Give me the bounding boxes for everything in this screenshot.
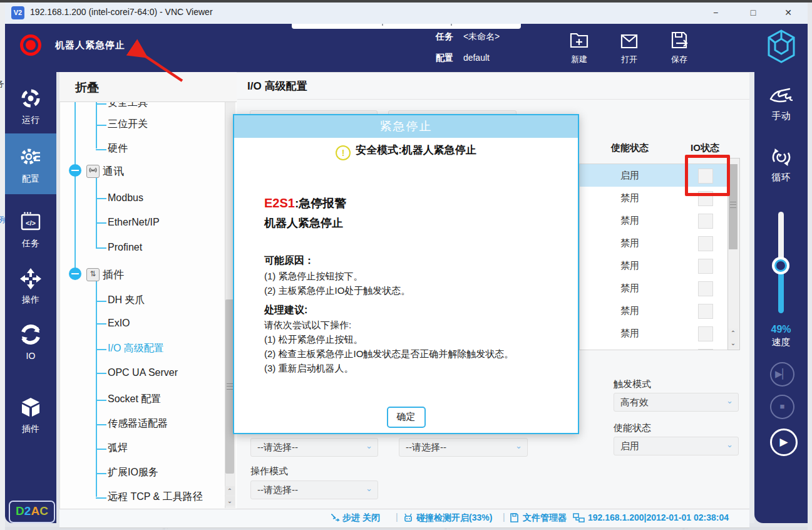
tree-item[interactable]: EtherNet/IP bbox=[108, 217, 160, 228]
tree-item[interactable]: 扩展IO服务 bbox=[108, 466, 158, 479]
header-divider bbox=[237, 99, 749, 100]
enable-state-cell: 禁用 bbox=[580, 215, 680, 227]
save-button[interactable]: 保存 bbox=[661, 28, 697, 68]
suggestion-item: (2) 检查主板紧急停止IO触发状态是否正确并解除触发状态。 bbox=[264, 348, 513, 360]
sidebar-item-io[interactable]: IO bbox=[5, 313, 56, 371]
tree-item[interactable]: DH 夹爪 bbox=[108, 294, 145, 307]
brand-badge-d2ac[interactable]: D2AC bbox=[9, 501, 55, 523]
run-target-icon bbox=[19, 87, 42, 110]
tree-item[interactable]: ExIO bbox=[108, 318, 130, 329]
play-button[interactable]: ▶ bbox=[770, 429, 798, 456]
save-button-label: 保存 bbox=[661, 54, 697, 65]
file-manager-icon bbox=[509, 512, 520, 523]
new-button[interactable]: 新建 bbox=[561, 28, 597, 68]
close-button[interactable]: ✕ bbox=[774, 3, 803, 23]
tree-item-parent[interactable]: 插件 bbox=[103, 268, 124, 282]
new-button-label: 新建 bbox=[561, 54, 597, 65]
step-mode-status[interactable]: 步进 关闭 bbox=[342, 512, 380, 524]
open-button[interactable]: 打开 bbox=[611, 28, 647, 68]
select-dropdown-2[interactable]: --请选择-- ⌄ bbox=[399, 438, 528, 457]
error-name: :急停报警 bbox=[295, 197, 346, 210]
app-logo bbox=[766, 29, 796, 64]
table-row[interactable]: 禁用 bbox=[580, 209, 727, 232]
tree-item[interactable]: 弧焊 bbox=[108, 442, 128, 455]
sidebar-item-task[interactable]: </> 任务 bbox=[5, 200, 56, 258]
cause-item: (2) 主板紧急停止IO处于触发状态。 bbox=[264, 285, 410, 297]
table-row[interactable]: 禁用 bbox=[580, 277, 727, 300]
collision-icon bbox=[403, 512, 414, 523]
tree-header-label[interactable]: 折叠 bbox=[75, 80, 99, 96]
speed-slider-handle[interactable] bbox=[772, 257, 789, 274]
sidebar-item-run[interactable]: 运行 bbox=[5, 77, 56, 135]
open-button-label: 打开 bbox=[611, 54, 647, 65]
minimize-button[interactable]: − bbox=[701, 3, 730, 23]
error-code-line: E2S1:急停报警 bbox=[264, 195, 346, 212]
io-state-checkbox[interactable] bbox=[698, 304, 713, 319]
vnc-toolbar-sliver[interactable] bbox=[292, 24, 521, 29]
tree-item[interactable]: 传感器适配器 bbox=[108, 417, 168, 430]
sidebar-item-label: 插件 bbox=[5, 423, 56, 435]
manual-mode-label[interactable]: 手动 bbox=[754, 110, 808, 122]
background-window-fragment: 例 bbox=[0, 214, 5, 226]
table-row[interactable]: 禁用 bbox=[580, 299, 727, 323]
op-mode-select[interactable]: --请选择-- ⌄ bbox=[250, 481, 378, 499]
ip-and-datetime: 192.168.1.200|2012-01-01 02:38:04 bbox=[588, 512, 729, 522]
updown-arrows-icon: ⇅ bbox=[86, 268, 100, 281]
tree-item[interactable]: Profinet bbox=[108, 242, 142, 253]
io-state-checkbox[interactable] bbox=[698, 236, 713, 251]
tree-item[interactable]: 三位开关 bbox=[108, 118, 148, 131]
speed-label: 速度 bbox=[754, 336, 808, 348]
tree-branch-line bbox=[96, 281, 97, 497]
tree-item[interactable]: Modbus bbox=[108, 192, 143, 204]
cycle-icon bbox=[768, 144, 794, 170]
background-window-fragment: 务 bbox=[0, 78, 4, 90]
io-state-checkbox[interactable] bbox=[698, 281, 713, 296]
table-scroll-up-button[interactable]: ⌃ bbox=[728, 328, 738, 338]
table-row[interactable]: 禁用 bbox=[580, 254, 727, 278]
brand-letter: 2 bbox=[24, 504, 31, 517]
task-row: 任务 <未命名> bbox=[436, 31, 500, 43]
tree-item[interactable]: 硬件 bbox=[108, 142, 128, 155]
page-title: I/O 高级配置 bbox=[247, 79, 307, 93]
tree-item-selected[interactable]: I/O 高级配置 bbox=[108, 342, 164, 355]
collision-detect-status[interactable]: 碰撞检测开启(33%) bbox=[416, 512, 492, 524]
table-scroll-down-button[interactable]: ⌄ bbox=[728, 338, 738, 348]
ok-button[interactable]: 确定 bbox=[387, 407, 426, 428]
tree-scroll-up-button[interactable]: ⌃ bbox=[225, 486, 235, 496]
io-cycle-icon bbox=[19, 323, 42, 346]
scrollbar-grip bbox=[730, 202, 736, 208]
tree-item[interactable]: 远程 TCP & 工具路径 bbox=[108, 491, 203, 504]
io-state-checkbox[interactable] bbox=[698, 214, 713, 229]
table-row-partial[interactable]: 禁用 bbox=[580, 345, 727, 350]
table-row[interactable]: 禁用 bbox=[580, 232, 727, 255]
tree-collapse-toggle[interactable] bbox=[69, 268, 81, 280]
maximize-button[interactable]: □ bbox=[739, 3, 768, 23]
tree-item[interactable]: Socket 配置 bbox=[108, 393, 161, 406]
tree-branch-line bbox=[96, 177, 97, 248]
tree-item[interactable]: OPC UA Server bbox=[108, 367, 178, 378]
io-state-checkbox[interactable] bbox=[698, 259, 713, 274]
cube-icon bbox=[19, 396, 42, 418]
sidebar-item-operate[interactable]: 操作 bbox=[5, 257, 56, 314]
trigger-mode-value: 高有效 bbox=[620, 397, 649, 408]
sidebar-item-plugin[interactable]: 插件 bbox=[5, 386, 56, 444]
enable-state-select[interactable]: 启用 ⌄ bbox=[614, 437, 739, 455]
annotation-rectangle bbox=[685, 155, 730, 196]
cycle-mode-label[interactable]: 循环 bbox=[754, 172, 808, 184]
step-forward-button[interactable]: ▶▏ bbox=[770, 362, 794, 387]
sidebar-item-label: 任务 bbox=[5, 238, 56, 249]
sidebar-item-config[interactable]: 配置 bbox=[5, 133, 56, 194]
io-state-checkbox[interactable] bbox=[698, 326, 713, 341]
select-dropdown-1[interactable]: --请选择-- ⌄ bbox=[250, 438, 378, 457]
tree-item-parent[interactable]: 通讯 bbox=[103, 164, 124, 179]
trigger-mode-select[interactable]: 高有效 ⌄ bbox=[614, 393, 739, 412]
tree-collapse-toggle[interactable] bbox=[69, 164, 81, 177]
tree-scroll-down-button[interactable]: ⌄ bbox=[225, 496, 235, 506]
file-manager-link[interactable]: 文件管理器 bbox=[523, 512, 567, 524]
stop-button[interactable]: ■ bbox=[770, 395, 794, 419]
config-value: default bbox=[463, 53, 490, 63]
speed-percent: 49% bbox=[754, 324, 808, 335]
io-state-checkbox[interactable] bbox=[698, 349, 713, 350]
table-row[interactable]: 禁用 bbox=[580, 322, 727, 345]
chevron-down-icon: ⌄ bbox=[726, 396, 733, 405]
